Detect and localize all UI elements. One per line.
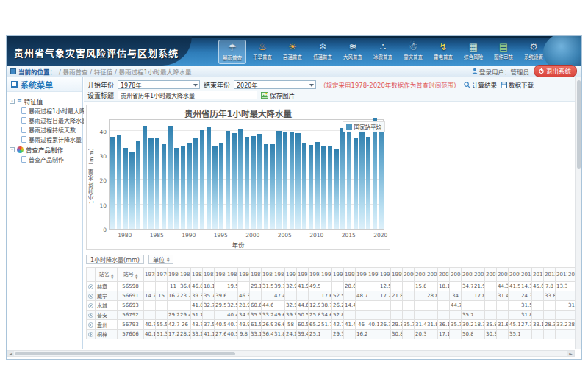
- nav-item-干旱普查[interactable]: ♨干旱普查: [248, 40, 276, 64]
- column-header-year-1982[interactable]: 1982: [191, 268, 203, 282]
- table-row: 威宁5669114.21516.223.239.335.739.646.347.…: [87, 291, 576, 301]
- column-header-year-1997[interactable]: 1997: [368, 268, 379, 282]
- column-header-year-1992[interactable]: 1992: [309, 268, 320, 282]
- end-year-select[interactable]: 2020年: [234, 80, 316, 89]
- column-header-year-2013[interactable]: 2013: [556, 268, 567, 282]
- column-header-year-2002[interactable]: 2002: [426, 268, 438, 282]
- column-header-year-1979[interactable]: 1979: [156, 268, 168, 282]
- expander-icon[interactable]: -: [10, 99, 15, 104]
- column-header-year-1987[interactable]: 1987: [250, 268, 262, 282]
- value-cell-1985: 40.7: [226, 320, 238, 330]
- sidebar-item-普查产品制作[interactable]: 普查产品制作: [10, 155, 81, 164]
- sidebar-item-暴雨过程1小时最大降水量[interactable]: 暴雨过程1小时最大降水量: [10, 106, 81, 116]
- sidebar-item-暴雨过程累计降水量[interactable]: 暴雨过程累计降水量: [10, 135, 81, 144]
- column-header-year-2007[interactable]: 2007: [485, 268, 497, 282]
- column-header-year-1985[interactable]: 1985: [226, 268, 238, 282]
- row-gutter-header: [87, 268, 96, 282]
- column-header-year-1984[interactable]: 1984: [215, 268, 226, 282]
- value-cell-2001: [415, 311, 426, 320]
- circle-plus-icon[interactable]: [88, 313, 93, 318]
- column-header-year-1999[interactable]: 1999: [391, 268, 403, 282]
- nav-item-冰雹普查[interactable]: ∴冰雹普查: [369, 40, 397, 64]
- nav-item-雷电普查[interactable]: ↯雷电普查: [429, 40, 457, 64]
- horizontal-scrollbar-thumb[interactable]: [15, 352, 235, 355]
- scroll-right-arrow[interactable]: ►: [567, 351, 574, 356]
- value-cell-1991: 44.6: [297, 301, 309, 311]
- column-header-year-2008[interactable]: 2008: [497, 268, 509, 282]
- value-cell-1999: 21.8: [391, 291, 403, 301]
- value-cell-1997: 40.1: [368, 320, 379, 330]
- value-cell-1980: [168, 301, 179, 311]
- sidebar-group-特征值[interactable]: -≣特征值: [10, 96, 81, 106]
- column-header-station-id[interactable]: 站号 ▲▼: [118, 268, 144, 282]
- column-header-year-1981[interactable]: 1981: [179, 268, 191, 282]
- column-header-year-1993[interactable]: 1993: [320, 268, 332, 282]
- column-header-year-2012[interactable]: 2012: [544, 268, 556, 282]
- logout-button[interactable]: 退出系统: [534, 65, 577, 77]
- circle-plus-icon[interactable]: [88, 294, 93, 299]
- measure-select[interactable]: 1小时降水量(mm): [86, 255, 144, 264]
- nav-item-图件审核[interactable]: ▤图件审核: [490, 40, 517, 64]
- circle-plus-icon[interactable]: [88, 332, 93, 337]
- nav-item-低温普查[interactable]: ❄低温普查: [309, 40, 337, 64]
- column-header-year-1983[interactable]: 1983: [203, 268, 215, 282]
- sidebar: 系统菜单 -≣特征值暴雨过程1小时最大降水量暴雨过程日最大降水量暴雨过程持续天数…: [7, 77, 83, 349]
- nav-item-高温普查[interactable]: ☀高温普查: [279, 40, 306, 64]
- circle-plus-icon[interactable]: [88, 322, 93, 328]
- bar-2014: [340, 128, 345, 229]
- column-header-year-1995[interactable]: 1995: [344, 268, 356, 282]
- column-header-year-1996[interactable]: 1996: [356, 268, 368, 282]
- sidebar-item-暴雨过程持续天数[interactable]: 暴雨过程持续天数: [10, 125, 81, 135]
- column-header-year-1986[interactable]: 1986: [238, 268, 250, 282]
- column-header-year-1998[interactable]: 1998: [379, 268, 391, 282]
- column-header-year-2000[interactable]: 2000: [403, 268, 415, 282]
- column-header-year-1980[interactable]: 1980: [168, 268, 179, 282]
- breadcrumb[interactable]: / 暴雨普查 / 特征值 / 暴雨过程1小时最大降水量: [59, 67, 192, 76]
- vertical-scrollbar-thumb[interactable]: [577, 80, 581, 169]
- horizontal-scrollbar[interactable]: ◄ ►: [7, 350, 575, 357]
- column-header-year-1988[interactable]: 1988: [262, 268, 273, 282]
- column-header-year-1994[interactable]: 1994: [332, 268, 344, 282]
- nav-item-大风普查[interactable]: ≋大风普查: [339, 40, 367, 64]
- column-header-year-2011[interactable]: 2011: [532, 268, 544, 282]
- nav-item-综合风险[interactable]: ▦综合风险: [459, 40, 487, 64]
- column-header-year-1991[interactable]: 1991: [297, 268, 309, 282]
- row-expand-cell[interactable]: [87, 320, 96, 330]
- column-header-year-2001[interactable]: 2001: [415, 268, 426, 282]
- sort-arrows-icon[interactable]: ▲▼: [111, 274, 113, 280]
- row-expand-cell[interactable]: [87, 301, 96, 311]
- column-header-year-2009[interactable]: 2009: [509, 268, 520, 282]
- nav-item-暴雨普查[interactable]: ☂暴雨普查: [218, 40, 246, 64]
- nav-item-雪灾普查[interactable]: ☃雪灾普查: [399, 40, 427, 64]
- column-header-year-2005[interactable]: 2005: [462, 268, 473, 282]
- column-header-year-1990[interactable]: 1990: [285, 268, 297, 282]
- sort-arrows-icon[interactable]: ▲▼: [135, 274, 137, 280]
- start-year-select[interactable]: 1978年: [118, 80, 200, 89]
- sidebar-item-暴雨过程日最大降水量[interactable]: 暴雨过程日最大降水量: [10, 116, 81, 125]
- expander-icon[interactable]: -: [10, 147, 15, 152]
- row-expand-cell[interactable]: [87, 291, 96, 301]
- calculate-result-button[interactable]: 计算结果: [464, 80, 497, 89]
- column-header-year-2006[interactable]: 2006: [473, 268, 485, 282]
- column-header-year-1989[interactable]: 1989: [273, 268, 285, 282]
- value-cell-1998: [379, 301, 391, 311]
- sidebar-group-普查产品制作[interactable]: -普查产品制作: [10, 144, 81, 155]
- column-header-year-2003[interactable]: 2003: [438, 268, 450, 282]
- row-expand-cell[interactable]: [87, 311, 96, 320]
- column-header-year-2010[interactable]: 2010: [520, 268, 532, 282]
- bar-2010: [315, 142, 319, 229]
- unit-sort-control[interactable]: 单位 ▲▼: [148, 255, 173, 264]
- column-header-year-2004[interactable]: 2004: [450, 268, 462, 282]
- vertical-scrollbar[interactable]: [575, 77, 581, 349]
- column-header-station-name[interactable]: 站名 ▲▼: [96, 268, 118, 282]
- row-expand-cell[interactable]: [87, 282, 96, 291]
- data-download-button[interactable]: 数据下载: [501, 80, 534, 89]
- save-image-button[interactable]: 保存图片: [261, 91, 295, 99]
- nav-item-系统设置[interactable]: ⚙系统设置: [520, 40, 548, 64]
- column-header-year-1978[interactable]: 1978: [144, 268, 156, 282]
- scroll-left-arrow[interactable]: ◄: [7, 351, 14, 356]
- circle-plus-icon[interactable]: [88, 284, 93, 289]
- circle-plus-icon[interactable]: [88, 303, 93, 308]
- chart-title-input[interactable]: [118, 91, 257, 99]
- row-expand-cell[interactable]: [87, 330, 96, 339]
